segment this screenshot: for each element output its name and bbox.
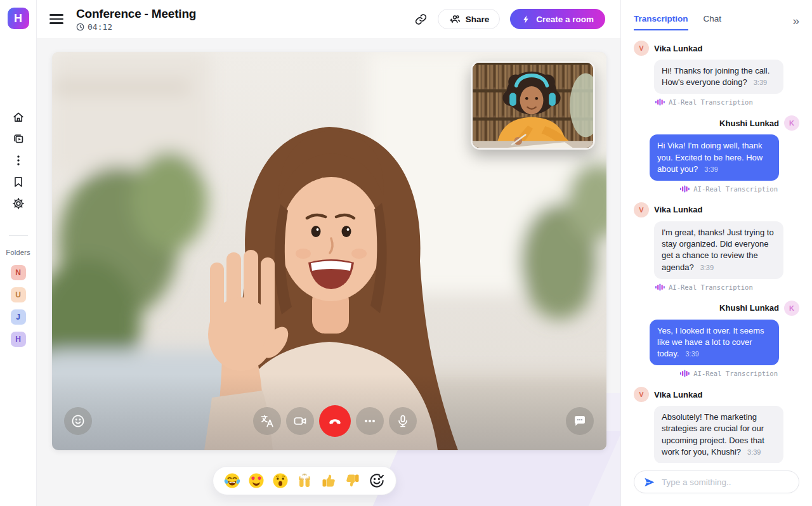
transcript-message: V Vika Lunkad Hi! Thanks for joining the… (634, 41, 799, 106)
send-icon[interactable] (643, 476, 655, 488)
main-column: Conference - Meeting 04:12 Share Create … (37, 0, 620, 506)
pip-video-feed (473, 63, 593, 148)
author-name: Vika Lunkad (654, 44, 702, 53)
transcript-message: V Vika Lunkad Absolutely! The marketing … (634, 387, 799, 463)
chat-input[interactable] (662, 477, 790, 487)
thumbs-down-emoji[interactable] (344, 472, 362, 490)
waveform-icon (655, 98, 665, 106)
copy-link-button[interactable] (414, 13, 428, 26)
header: Conference - Meeting 04:12 Share Create … (37, 0, 620, 38)
microphone-icon[interactable] (389, 407, 417, 435)
heart-eyes-emoji[interactable] (247, 472, 265, 490)
more-vertical-icon[interactable] (11, 153, 26, 168)
home-icon[interactable] (11, 110, 26, 125)
message-bubble: I'm great, thanks! Just trying to stay o… (654, 221, 783, 279)
message-bubble: Hi Vika! I'm doing well, thank you. Exci… (650, 134, 779, 181)
clock-icon (76, 23, 84, 31)
logo-letter: H (14, 12, 22, 25)
avatar: V (634, 41, 649, 56)
message-time: 3:39 (700, 264, 714, 271)
message-time: 3:39 (704, 165, 717, 173)
timer-value: 04:12 (88, 22, 112, 32)
message-composer (621, 463, 812, 506)
message-time: 3:39 (747, 448, 761, 456)
collapse-icon[interactable]: » (792, 14, 799, 27)
side-panel: Transcription Chat » V Vika Lunkad Hi! T… (620, 0, 812, 506)
add-reaction-icon[interactable] (368, 472, 386, 490)
end-call-icon[interactable] (319, 405, 351, 437)
link-icon (414, 13, 428, 26)
rail-divider (9, 235, 28, 236)
waveform-icon (680, 370, 690, 377)
settings-icon[interactable] (11, 196, 26, 211)
ai-transcription-label: AI-Real Transcription (655, 98, 799, 106)
share-people-icon (449, 13, 461, 25)
folder-item-h[interactable]: H (11, 332, 26, 347)
panel-tabs: Transcription Chat » (621, 0, 812, 30)
video-library-icon[interactable] (11, 131, 26, 146)
author-name: Khushi Lunkad (719, 303, 779, 313)
chat-icon[interactable] (566, 407, 594, 435)
reaction-bar (213, 466, 396, 495)
share-label: Share (466, 15, 490, 24)
author-name: Khushi Lunkad (719, 119, 779, 128)
ai-transcription-label: AI-Real Transcription (634, 185, 778, 193)
thumbs-up-emoji[interactable] (320, 472, 337, 490)
more-horizontal-icon[interactable] (356, 407, 384, 435)
camera-icon[interactable] (286, 407, 314, 435)
transcript-message: Khushi Lunkad K Hi Vika! I'm doing well,… (634, 115, 799, 193)
folder-item-j[interactable]: J (11, 309, 26, 325)
tab-transcription[interactable]: Transcription (634, 14, 688, 30)
call-controls (52, 403, 606, 439)
transcript-list: V Vika Lunkad Hi! Thanks for joining the… (621, 30, 812, 463)
share-button[interactable]: Share (438, 9, 501, 29)
create-room-label: Create a room (536, 15, 594, 24)
folder-item-u[interactable]: U (11, 287, 26, 302)
message-bubble: Hi! Thanks for joining the call. How's e… (654, 60, 783, 94)
message-bubble: Absolutely! The marketing strategies are… (654, 406, 783, 463)
folders-label: Folders (6, 249, 30, 256)
transcript-message: V Vika Lunkad I'm great, thanks! Just tr… (634, 202, 799, 291)
avatar: K (784, 115, 799, 131)
app-window: H Folders N U J H (0, 0, 812, 506)
left-rail: H Folders N U J H (0, 0, 37, 506)
ai-transcription-label: AI-Real Transcription (655, 283, 799, 291)
tab-chat[interactable]: Chat (704, 14, 722, 30)
rail-nav (11, 110, 26, 211)
waveform-icon (680, 185, 690, 193)
translate-icon[interactable] (253, 407, 281, 435)
menu-icon[interactable] (49, 14, 63, 23)
call-timer: 04:12 (76, 22, 196, 32)
bolt-icon (521, 15, 531, 24)
ai-transcription-label: AI-Real Transcription (634, 370, 778, 377)
avatar: V (634, 202, 649, 217)
message-bubble: Yes, I looked it over. It seems like we … (650, 320, 779, 366)
meeting-content (37, 38, 620, 506)
reactions-smiley-icon[interactable] (64, 407, 92, 435)
transcript-message: Khushi Lunkad K Yes, I looked it over. I… (634, 301, 799, 378)
page-title: Conference - Meeting (76, 7, 196, 21)
create-room-button[interactable]: Create a room (510, 9, 605, 29)
bookmark-icon[interactable] (11, 174, 26, 190)
surprised-emoji[interactable] (272, 472, 289, 490)
laughing-emoji[interactable] (223, 472, 241, 490)
app-logo[interactable]: H (8, 8, 29, 29)
message-time: 3:39 (685, 350, 698, 358)
folder-list: N U J H (11, 265, 26, 347)
author-name: Vika Lunkad (654, 205, 702, 214)
folder-item-n[interactable]: N (11, 265, 26, 280)
main-video-tile (52, 52, 606, 450)
author-name: Vika Lunkad (654, 390, 702, 399)
pip-video-tile[interactable] (471, 61, 595, 150)
waveform-icon (655, 283, 665, 291)
avatar: V (634, 387, 649, 402)
raising-hands-emoji[interactable] (296, 472, 313, 490)
avatar: K (784, 301, 799, 316)
message-time: 3:39 (754, 79, 767, 86)
